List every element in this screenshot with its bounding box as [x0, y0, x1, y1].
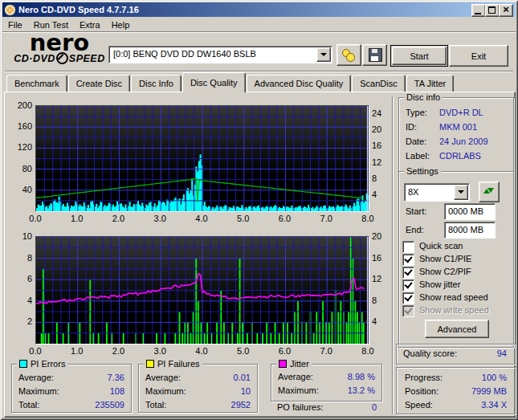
- jitter-title: Jitter: [290, 359, 309, 369]
- axis-tick-label: 160: [6, 121, 32, 131]
- speed-selector-dropdown-button[interactable]: [454, 185, 468, 200]
- pi-failures-vs-jitter-plot: [35, 236, 369, 345]
- axis-tick-label: 7.0: [314, 346, 338, 356]
- pi-failures-stats-box: PI Failures Average:0.01 Maximum:10 Tota…: [138, 364, 258, 413]
- pi-errors-total: 235509: [95, 400, 124, 410]
- axis-tick-label: 8: [372, 173, 391, 183]
- settings-title: Settings: [404, 166, 441, 176]
- axis-tick-label: 6.0: [273, 346, 297, 356]
- pi-errors-average: 7.36: [108, 373, 124, 382]
- progress-panel: Progress:100 % Position:7999 MB Speed:3.…: [396, 367, 516, 414]
- axis-tick-label: 12: [372, 157, 391, 167]
- checkbox-show-c1-pie[interactable]: Show C1/PIE: [402, 254, 510, 265]
- quality-score-panel: Quality score: 94: [396, 344, 516, 365]
- checkbox-show-write-speed: Show write speed: [402, 305, 510, 316]
- axis-tick-label: 80: [6, 164, 32, 173]
- checkbox-show-read-speed[interactable]: Show read speed: [402, 292, 510, 304]
- axis-tick-label: 1.0: [65, 214, 89, 223]
- axis-tick-label: 0.0: [23, 214, 47, 223]
- axis-tick-label: 4.0: [190, 214, 214, 223]
- advanced-button-label: Advanced: [438, 324, 477, 334]
- speed-selector[interactable]: 8X: [404, 183, 470, 202]
- axis-tick-label: 0.0: [23, 346, 47, 356]
- disc-info-box: Disc info Type:DVD+R DL ID:MKM 001 Date:…: [398, 97, 514, 172]
- axis-tick-label: 2.0: [107, 214, 131, 223]
- axis-tick-label: 16: [372, 141, 391, 150]
- axis-tick-label: 10: [6, 231, 32, 241]
- checkbox-icon[interactable]: [402, 267, 414, 279]
- advanced-button[interactable]: Advanced: [425, 320, 489, 338]
- speed-selector-value: 8X: [408, 187, 418, 197]
- right-column-divider: [392, 96, 394, 414]
- pi-failures-total: 2952: [231, 400, 251, 410]
- axis-tick-label: 6.0: [273, 214, 297, 223]
- chevron-down-icon: [458, 190, 464, 197]
- jitter-stats-box: Jitter Average:8.98 % Maximum:13.2 %: [271, 364, 382, 402]
- axis-tick-label: 2: [6, 316, 32, 326]
- axis-tick-label: 24: [372, 108, 391, 118]
- axis-tick-label: 4: [372, 190, 391, 199]
- refresh-icon: [483, 185, 495, 197]
- pi-failures-maximum: 10: [241, 386, 251, 396]
- axis-tick-label: 120: [6, 142, 32, 152]
- axis-tick-label: 8.0: [356, 346, 380, 356]
- pi-failures-swatch: [146, 360, 154, 368]
- checkbox-show-c2-pif[interactable]: Show C2/PIF: [402, 267, 510, 278]
- checkbox-icon[interactable]: [402, 292, 414, 304]
- pi-failures-title: PI Failures: [157, 359, 200, 369]
- axis-tick-label: 3.0: [148, 214, 172, 223]
- po-failures-row: PO failures: 0: [277, 402, 377, 412]
- pi-errors-stats-box: PI Errors Average:7.36 Maximum:108 Total…: [11, 364, 132, 413]
- disc-info-title: Disc info: [404, 92, 443, 102]
- speed-value: 3.34 X: [481, 400, 507, 410]
- checkbox-show-jitter[interactable]: Show jitter: [402, 279, 510, 291]
- end-position-input[interactable]: 8000 MB: [444, 222, 496, 239]
- axis-tick-label: 5.0: [231, 214, 255, 223]
- axis-tick-label: 8.0: [356, 214, 380, 223]
- pi-errors-title: PI Errors: [31, 359, 65, 369]
- disc-type-value: DVD+R DL: [439, 108, 483, 117]
- jitter-swatch: [279, 360, 287, 368]
- pi-failures-average: 0.01: [234, 373, 251, 382]
- axis-tick-label: 8: [372, 296, 391, 305]
- axis-tick-label: 7.0: [314, 214, 338, 223]
- axis-tick-label: 3.0: [148, 346, 172, 356]
- settings-box: Settings 8X Start: 0000 MB End: 8000 MB …: [398, 171, 514, 348]
- checkbox-icon[interactable]: [402, 241, 414, 253]
- axis-tick-label: 40: [6, 185, 32, 194]
- axis-tick-label: 200: [6, 100, 32, 110]
- disc-id-value: MKM 001: [439, 122, 477, 132]
- axis-tick-label: 8: [6, 253, 32, 263]
- axis-tick-label: 4: [372, 316, 391, 326]
- app-window: Nero CD-DVD Speed 4.7.7.16 × File Run Te…: [0, 0, 518, 420]
- po-failures-value: 0: [372, 402, 377, 412]
- jitter-average: 8.98 %: [348, 372, 375, 381]
- axis-tick-label: 5.0: [231, 346, 255, 356]
- checkbox-icon[interactable]: [402, 254, 414, 266]
- checkbox-icon: [402, 305, 414, 317]
- axis-tick-label: 20: [372, 231, 391, 241]
- axis-tick-label: 20: [372, 124, 391, 134]
- axis-tick-label: 12: [372, 274, 391, 283]
- quality-score-value: 94: [497, 349, 507, 358]
- start-position-input[interactable]: 0000 MB: [444, 203, 496, 220]
- progress-value: 100 %: [482, 373, 507, 382]
- disc-date-value: 24 Jun 2009: [439, 137, 488, 146]
- axis-tick-label: 2.0: [107, 346, 131, 356]
- disc-label-value: CDRLABS: [439, 151, 481, 161]
- axis-tick-label: 16: [372, 253, 391, 263]
- pi-errors-maximum: 108: [110, 386, 124, 396]
- pi-errors-swatch: [19, 360, 27, 368]
- axis-tick-label: 4.0: [190, 346, 214, 356]
- position-value: 7999 MB: [471, 386, 507, 396]
- checkbox-icon[interactable]: [402, 279, 414, 292]
- axis-tick-label: 6: [6, 274, 32, 283]
- refresh-button[interactable]: [479, 181, 500, 202]
- pi-errors-vs-read-speed-plot: [35, 105, 369, 212]
- checkbox-quick-scan[interactable]: Quick scan: [402, 241, 510, 252]
- tab-disc-quality[interactable]: Disc Quality: [182, 72, 246, 92]
- jitter-maximum: 13.2 %: [348, 385, 375, 395]
- axis-tick-label: 4: [6, 296, 32, 305]
- axis-tick-label: 1.0: [65, 346, 89, 356]
